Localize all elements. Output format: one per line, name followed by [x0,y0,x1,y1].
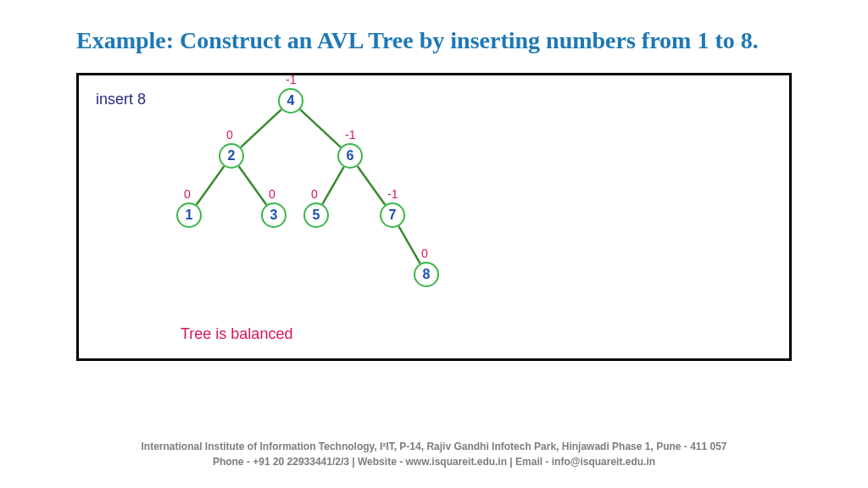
balance-factor: 0 [421,247,428,260]
tree-edge [197,167,225,206]
slide-title: Example: Construct an AVL Tree by insert… [0,0,868,64]
tree-edge [358,167,386,206]
tree-edge [239,167,267,206]
balance-factor: -1 [286,73,296,86]
tree-edge [300,110,341,148]
balance-factor: -1 [345,128,355,141]
tree-edge [398,226,420,263]
tree-edge [322,167,343,204]
balance-factor: 0 [184,187,191,201]
footer-line-2: Phone - +91 20 22933441/2/3 | Website - … [0,454,868,469]
footer-line-1: International Institute of Information T… [0,439,868,454]
status-label: Tree is balanced [181,325,292,343]
footer: International Institute of Information T… [0,439,868,469]
balance-factor: -1 [387,187,398,201]
diagram-container: insert 8 Tree is balanced 4-1206-1103050… [76,73,792,361]
balance-factor: 0 [311,187,318,201]
balance-factor: 0 [226,128,233,141]
avl-tree: 4-1206-11030507-180 [130,84,486,321]
tree-edge [241,110,281,148]
balance-factor: 0 [269,187,275,201]
